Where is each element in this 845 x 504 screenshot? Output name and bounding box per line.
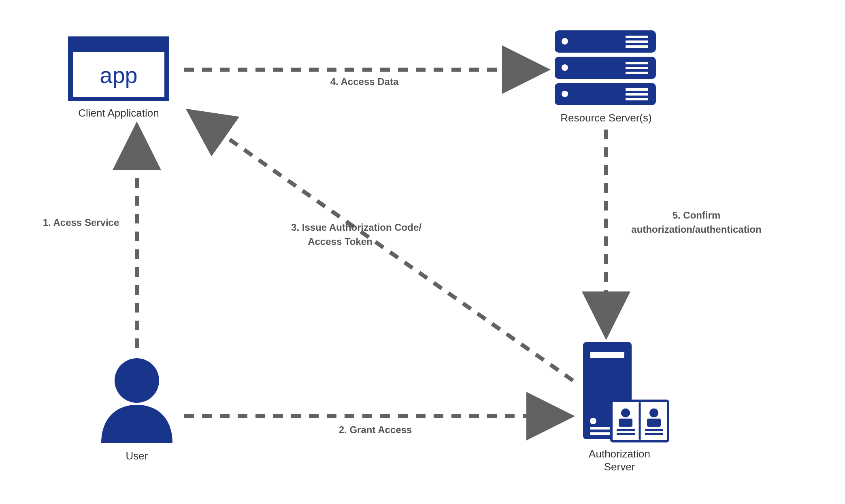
svg-rect-31 [645, 429, 663, 431]
svg-point-17 [115, 358, 159, 403]
auth-server-icon [583, 342, 668, 441]
svg-rect-11 [626, 72, 648, 74]
svg-line-35 [192, 113, 573, 381]
edge-access-data-label: 4. Access Data [330, 76, 399, 87]
edge-grant-access: 2. Grant Access [184, 416, 567, 435]
resource-server-caption: Resource Server(s) [560, 112, 651, 124]
authorization-server-caption-line2: Server [604, 461, 635, 473]
svg-rect-15 [626, 93, 648, 96]
edge-access-service-label: 1. Acess Service [43, 217, 119, 228]
edge-grant-access-label: 2. Grant Access [339, 424, 412, 435]
oauth-flow-diagram: app Client Application [0, 0, 845, 504]
svg-rect-27 [617, 429, 635, 431]
edge-access-data: 4. Access Data [184, 70, 543, 87]
svg-rect-30 [647, 419, 661, 427]
edge-issue-code-label-line1: 3. Issue Authorization Code/ [291, 222, 421, 233]
svg-rect-5 [626, 40, 648, 43]
app-window-icon: app [68, 36, 169, 101]
resource-server-node: Resource Server(s) [555, 30, 656, 124]
client-application-node: app Client Application [68, 36, 169, 119]
edge-issue-code: 3. Issue Authorization Code/ Access Toke… [192, 113, 573, 381]
edge-issue-code-label-line2: Access Token [308, 236, 372, 247]
svg-point-29 [649, 408, 658, 417]
svg-point-3 [562, 38, 568, 45]
svg-rect-9 [626, 62, 648, 64]
user-node: User [101, 358, 172, 462]
app-label: app [100, 62, 137, 88]
svg-rect-4 [626, 36, 648, 38]
edge-confirm-auth: 5. Confirm authorization/authentication [606, 130, 762, 332]
svg-point-20 [590, 418, 596, 424]
svg-point-8 [562, 64, 568, 71]
svg-rect-28 [617, 433, 635, 435]
authorization-server-node: Authorization Server [583, 342, 668, 473]
svg-point-13 [562, 91, 568, 97]
server-rack-icon [555, 30, 656, 105]
svg-rect-6 [626, 45, 648, 48]
edge-confirm-auth-label-line1: 5. Confirm [673, 210, 721, 221]
svg-rect-10 [626, 67, 648, 69]
svg-rect-26 [619, 419, 632, 427]
svg-rect-14 [626, 88, 648, 91]
edge-access-service: 1. Acess Service [43, 130, 137, 348]
svg-rect-19 [590, 352, 624, 358]
svg-rect-16 [626, 98, 648, 100]
svg-point-25 [621, 408, 630, 417]
client-application-caption: Client Application [78, 107, 159, 119]
user-caption: User [126, 450, 148, 462]
svg-rect-32 [645, 433, 663, 435]
user-icon [101, 358, 172, 443]
authorization-server-caption-line1: Authorization [589, 448, 650, 460]
edge-confirm-auth-label-line2: authorization/authentication [631, 224, 761, 235]
